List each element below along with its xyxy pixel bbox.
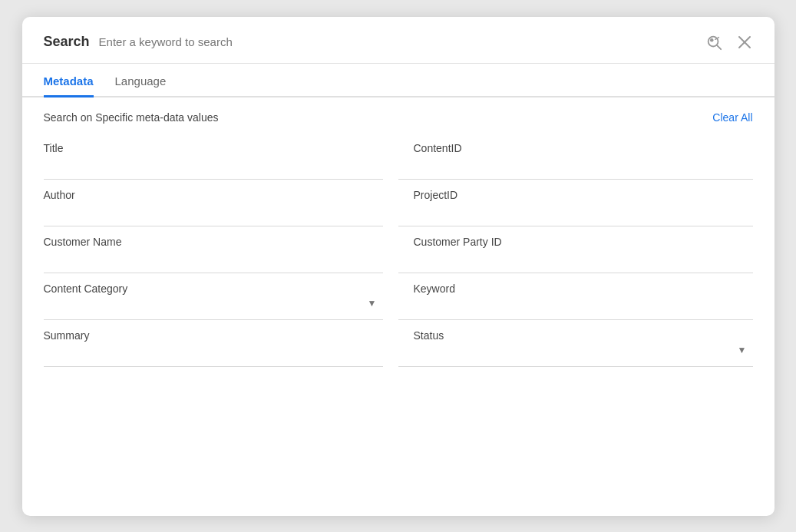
field-label-keyword: Keyword — [414, 283, 753, 295]
field-input-summary[interactable] — [44, 345, 360, 360]
field-input-keyword[interactable] — [414, 298, 753, 313]
field-input-author[interactable] — [44, 204, 360, 220]
field-input-customer-party-id[interactable] — [414, 251, 753, 266]
header-icons — [704, 32, 753, 52]
field-label-project-id: ProjectID — [414, 189, 753, 201]
field-customer-name: Customer Name — [44, 226, 383, 273]
field-summary: Summary — [44, 320, 383, 367]
field-content-category: Content Category ▼ — [44, 273, 383, 320]
fields-grid: Title ContentID Author ProjectID Custome… — [22, 133, 775, 367]
field-author: Author — [44, 180, 383, 226]
field-label-summary: Summary — [44, 329, 360, 342]
clear-all-button[interactable]: Clear All — [712, 111, 752, 124]
subheader-title: Search on Specific meta-data values — [44, 111, 219, 124]
field-input-customer-name[interactable] — [44, 251, 360, 266]
panel-arrow — [722, 17, 744, 27]
svg-point-2 — [709, 38, 713, 41]
field-title: Title — [44, 133, 383, 180]
field-label-customer-party-id: Customer Party ID — [414, 236, 753, 248]
field-label-status: Status — [414, 329, 753, 342]
tab-metadata[interactable]: Metadata — [44, 64, 94, 97]
search-icon-button[interactable] — [704, 32, 724, 52]
search-panel: Search Metadata Language — [22, 17, 775, 516]
field-customer-party-id: Customer Party ID — [398, 226, 753, 273]
field-label-content-category: Content Category — [44, 283, 360, 295]
tab-language[interactable]: Language — [115, 64, 167, 97]
field-label-title: Title — [44, 142, 360, 154]
field-label-customer-name: Customer Name — [44, 236, 360, 248]
field-input-title[interactable] — [44, 157, 360, 173]
field-content-id: ContentID — [398, 133, 753, 180]
field-input-content-id[interactable] — [414, 157, 753, 173]
field-input-content-category[interactable] — [44, 298, 360, 313]
subheader: Search on Specific meta-data values Clea… — [22, 97, 775, 133]
field-keyword: Keyword — [398, 273, 753, 320]
content-category-dropdown-icon: ▼ — [368, 298, 377, 309]
panel-header: Search — [22, 17, 775, 64]
field-input-status[interactable] — [414, 345, 753, 360]
search-label: Search — [44, 34, 90, 50]
field-label-content-id: ContentID — [414, 142, 753, 154]
tabs-container: Metadata Language — [22, 64, 775, 97]
close-button[interactable] — [736, 34, 753, 51]
field-status: Status ▼ — [398, 320, 753, 367]
search-input[interactable] — [99, 35, 695, 48]
field-label-author: Author — [44, 189, 360, 201]
field-project-id: ProjectID — [398, 180, 753, 226]
field-input-project-id[interactable] — [414, 204, 753, 220]
svg-line-1 — [717, 45, 721, 49]
